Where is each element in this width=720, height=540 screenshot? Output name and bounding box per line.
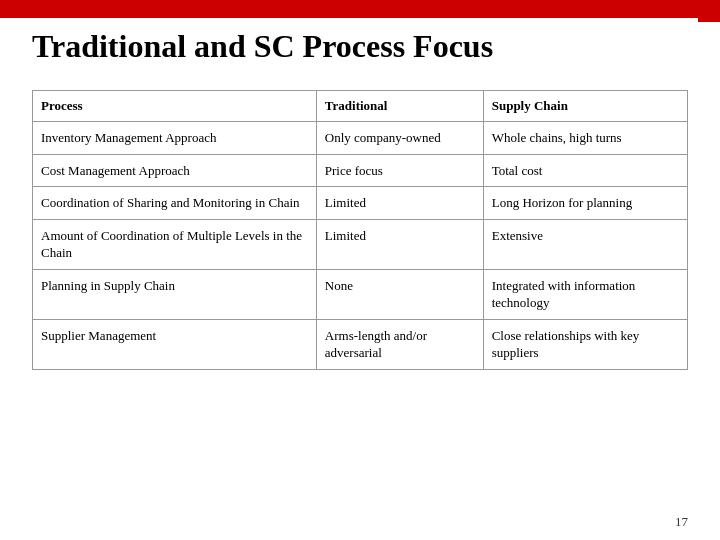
supply-chain-cell: Total cost <box>483 154 687 187</box>
table-row: Amount of Coordination of Multiple Level… <box>33 219 688 269</box>
traditional-cell: Limited <box>316 219 483 269</box>
process-cell: Supplier Management <box>33 319 317 369</box>
supply-chain-cell: Long Horizon for planning <box>483 187 687 220</box>
traditional-cell: Price focus <box>316 154 483 187</box>
red-top-bar <box>0 0 720 18</box>
traditional-cell: Only company-owned <box>316 122 483 155</box>
col-header-process: Process <box>33 91 317 122</box>
table-header-row: Process Traditional Supply Chain <box>33 91 688 122</box>
page-title: Traditional and SC Process Focus <box>32 28 493 65</box>
table-row: Inventory Management Approach Only compa… <box>33 122 688 155</box>
supply-chain-cell: Whole chains, high turns <box>483 122 687 155</box>
supply-chain-cell: Extensive <box>483 219 687 269</box>
process-cell: Inventory Management Approach <box>33 122 317 155</box>
supply-chain-cell: Close relationships with key suppliers <box>483 319 687 369</box>
table-row: Coordination of Sharing and Monitoring i… <box>33 187 688 220</box>
red-corner-square <box>698 0 720 22</box>
traditional-cell: Arms-length and/or adversarial <box>316 319 483 369</box>
comparison-table: Process Traditional Supply Chain Invento… <box>32 90 688 370</box>
table-container: Process Traditional Supply Chain Invento… <box>32 90 688 500</box>
table-row: Supplier Management Arms-length and/or a… <box>33 319 688 369</box>
traditional-cell: Limited <box>316 187 483 220</box>
table-row: Planning in Supply Chain None Integrated… <box>33 269 688 319</box>
process-cell: Cost Management Approach <box>33 154 317 187</box>
col-header-traditional: Traditional <box>316 91 483 122</box>
process-cell: Coordination of Sharing and Monitoring i… <box>33 187 317 220</box>
traditional-cell: None <box>316 269 483 319</box>
table-row: Cost Management Approach Price focus Tot… <box>33 154 688 187</box>
supply-chain-cell: Integrated with information technology <box>483 269 687 319</box>
process-cell: Planning in Supply Chain <box>33 269 317 319</box>
page-number: 17 <box>675 514 688 530</box>
process-cell: Amount of Coordination of Multiple Level… <box>33 219 317 269</box>
col-header-supply-chain: Supply Chain <box>483 91 687 122</box>
